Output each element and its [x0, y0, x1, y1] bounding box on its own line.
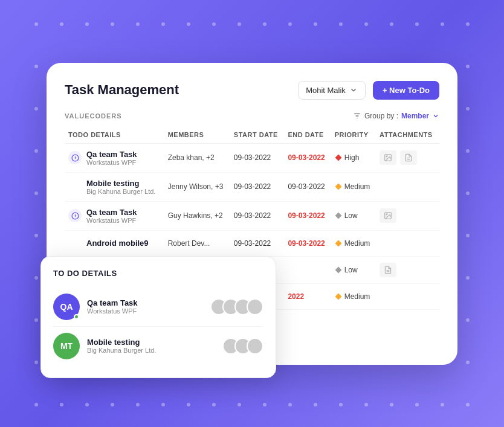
task-info: Mobile testing Big Kahuna Burger Ltd. [86, 179, 155, 195]
attachments-cell [376, 172, 439, 201]
task-type-icon [68, 151, 82, 164]
svg-marker-4 [335, 155, 341, 161]
task-name: Android mobile9 [86, 239, 149, 248]
group-by-chevron-icon [432, 112, 439, 120]
attach-cell-inner [380, 150, 436, 165]
popup-task-info-1: Qa team Task Workstatus WPF [87, 298, 138, 315]
mini-avatar [247, 298, 263, 315]
table-row[interactable]: Qa team Task Workstatus WPF Zeba khan, +… [65, 143, 439, 172]
start-date-cell: 09-03-2022 [230, 172, 285, 201]
end-date-cell: 09-03-2022 [284, 201, 331, 230]
priority-cell: Medium [331, 283, 376, 309]
new-todo-button[interactable]: + New To-Do [373, 81, 439, 100]
task-sub: Workstatus WPF [86, 159, 137, 166]
members-cell: Zeba khan, +2 [164, 143, 230, 172]
svg-marker-15 [335, 266, 341, 273]
start-date-cell: 09-03-2022 [230, 143, 285, 172]
priority-cell-inner: Low [335, 211, 372, 220]
priority-cell: Medium [331, 172, 376, 201]
end-date-cell: 2022 [284, 283, 331, 309]
task-cell: Mobile testing Big Kahuna Burger Ltd. [65, 172, 164, 201]
popup-item-1[interactable]: QA Qa team Task Workstatus WPF [53, 287, 263, 327]
user-select[interactable]: Mohit Malik [298, 81, 366, 100]
table-row[interactable]: Android mobile9 Robert Dev...09-03-20220… [65, 230, 439, 256]
doc-attachment-icon[interactable] [380, 263, 396, 277]
col-todo: TODO DETAILS [65, 126, 164, 144]
priority-label: Medium [344, 292, 370, 301]
priority-diamond-icon [335, 240, 342, 247]
task-name: Qa team Task [86, 150, 137, 159]
priority-label: Low [344, 266, 358, 274]
task-cell: Android mobile9 [65, 230, 164, 256]
svg-point-6 [386, 156, 387, 157]
group-by-label: Group by : [364, 112, 398, 120]
page-title: Task Management [65, 82, 179, 98]
priority-cell-inner: High [335, 153, 372, 162]
doc-attachment-icon[interactable] [400, 150, 417, 165]
col-end: END DATE [284, 126, 331, 144]
task-type-icon [68, 209, 82, 222]
svg-point-13 [386, 214, 387, 215]
group-by-control[interactable]: Group by : Member [353, 112, 439, 120]
end-date-cell [284, 256, 331, 283]
image-attachment-icon[interactable] [380, 208, 396, 223]
priority-cell-inner: Medium [335, 182, 372, 191]
main-card: Task Management Mohit Malik + New To-Do … [47, 63, 457, 365]
group-by-value: Member [401, 112, 429, 120]
attach-cell-inner [380, 263, 436, 277]
header-right: Mohit Malik + New To-Do [298, 81, 439, 100]
members-cell: Jenny Wilson, +3 [164, 172, 230, 201]
filter-icon [353, 112, 361, 120]
priority-label: Medium [344, 182, 370, 191]
priority-cell-inner: Medium [335, 292, 372, 301]
popup-task-name-2: Mobile testing [87, 338, 156, 347]
popup-avatar-mt: MT [53, 333, 80, 359]
user-name: Mohit Malik [306, 86, 346, 95]
priority-cell: Medium [331, 230, 376, 256]
priority-cell: Low [331, 256, 376, 283]
end-date-cell: 09-03-2022 [284, 143, 331, 172]
col-start: START DATE [230, 126, 285, 144]
chevron-down-icon [349, 86, 358, 94]
priority-diamond-icon [335, 266, 342, 274]
start-date-cell: 09-03-2022 [230, 230, 285, 256]
task-name: Mobile testing [86, 179, 155, 188]
task-cell: Qa team Task Workstatus WPF [65, 201, 164, 230]
members-cell: Robert Dev... [164, 230, 230, 256]
task-info: Qa team Task Workstatus WPF [86, 208, 137, 224]
table-row[interactable]: Qa team Task Workstatus WPF Guy Hawkins,… [65, 201, 439, 230]
task-cell-inner: Qa team Task Workstatus WPF [68, 208, 161, 224]
popup-task-info-2: Mobile testing Big Kahuna Burger Ltd. [87, 338, 156, 354]
popup-task-sub-1: Workstatus WPF [87, 307, 138, 315]
priority-diamond-icon [335, 293, 342, 300]
image-attachment-icon[interactable] [380, 150, 396, 165]
priority-cell-inner: Medium [335, 239, 372, 248]
attachments-cell [376, 256, 439, 283]
svg-marker-18 [335, 293, 341, 300]
header: Task Management Mohit Malik + New To-Do [65, 81, 439, 100]
attach-cell-inner [380, 208, 436, 223]
popup-avatar-qa: QA [53, 294, 80, 320]
members-cell: Guy Hawkins, +2 [164, 201, 230, 230]
col-priority: PRIORITY [331, 126, 376, 144]
end-date-cell: 09-03-2022 [284, 172, 331, 201]
end-date-cell: 09-03-2022 [284, 230, 331, 256]
priority-label: Low [344, 211, 358, 220]
svg-marker-14 [335, 240, 341, 246]
popup-member-avatars-1 [210, 298, 263, 315]
priority-cell-inner: Low [335, 266, 372, 274]
popup-task-name-1: Qa team Task [87, 298, 138, 307]
popup-item-2[interactable]: MT Mobile testing Big Kahuna Burger Ltd. [53, 327, 263, 365]
popup-task-sub-2: Big Kahuna Burger Ltd. [87, 347, 156, 354]
toolbar: VALUECODERS Group by : Member [65, 112, 439, 120]
priority-label: High [344, 153, 360, 162]
task-info: Android mobile9 [86, 239, 149, 248]
popup-title: TO DO DETAILS [53, 269, 263, 278]
priority-cell: High [331, 143, 376, 172]
col-attach: ATTACHMENTS [376, 126, 439, 144]
task-sub: Workstatus WPF [86, 217, 137, 224]
mini-avatar [247, 338, 263, 355]
table-row[interactable]: Mobile testing Big Kahuna Burger Ltd. Je… [65, 172, 439, 201]
attachments-cell [376, 143, 439, 172]
svg-marker-9 [335, 184, 341, 190]
